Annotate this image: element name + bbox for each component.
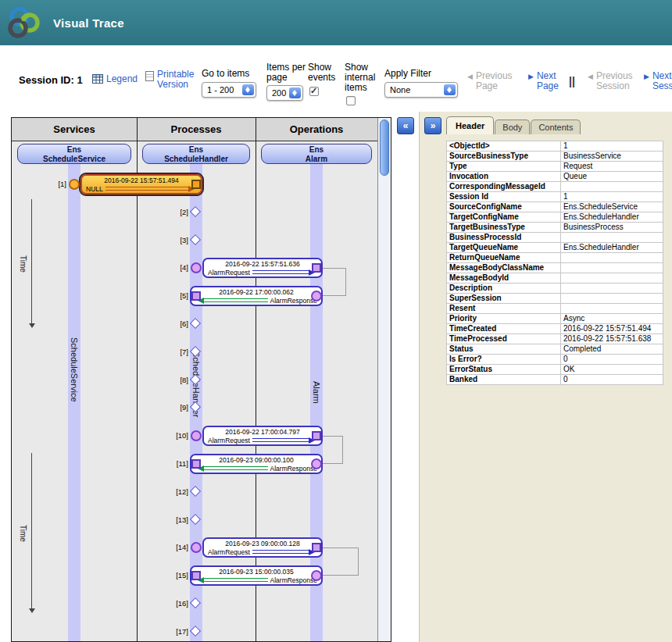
field-label: SourceConfigName [447,202,561,212]
main-area: ServicesProcessesOperationsEnsScheduleSe… [0,112,672,642]
event-number: [14] [155,543,188,551]
header-table-body: <ObjectId>1SourceBusinessTypeBusinessSer… [447,141,663,385]
apply-filter-value: None [390,85,410,95]
app-header: Visual Trace [0,0,672,45]
show-events-label: Show events [308,62,342,83]
items-per-page-select[interactable]: 200 [266,85,303,101]
previous-session-button[interactable]: ◀ Previous Session [588,71,640,91]
event-number: [13] [155,515,188,524]
endpoint-circle [191,542,202,553]
header-field-row: SourceConfigNameEns.ScheduleService [447,202,663,212]
field-label: <ObjectId> [447,141,561,152]
previous-page-button[interactable]: ◀ Previous Page [467,71,515,91]
scrollbar-thumb[interactable] [380,119,389,176]
response-arrow-icon [198,577,268,583]
field-label: Priority [447,314,561,324]
field-value: 1 [561,141,663,152]
tab-body[interactable]: Body [495,119,530,134]
response-arrow-icon [198,465,268,472]
expand-inspector-button[interactable]: » [424,117,441,134]
endpoint-circle [311,570,322,581]
event-number: [4] [155,263,188,272]
request-arrow-icon [252,437,315,444]
tab-header[interactable]: Header [446,116,494,134]
lane-label: Alarm [311,374,322,411]
field-label: Invocation [447,172,561,182]
header-field-row: BusinessProcessId [447,233,663,243]
inspector-panel: » HeaderBodyContents <ObjectId>1SourceBu… [419,112,672,642]
event-number: [17] [155,627,188,636]
next-page-button[interactable]: ▶ Next Page [528,71,563,91]
message-time: 2016-09-22 17:00:00.062 [191,288,321,296]
field-label: MessageBodyClassName [447,263,561,273]
message-request[interactable]: 2016-09-22 15:57:51.636 AlarmRequest [202,258,323,278]
show-internal-checkbox[interactable] [346,96,356,105]
time-arrow-icon [29,608,35,613]
header-field-row: ErrorStatusOK [447,365,663,375]
message-request[interactable]: 2016-09-22 17:00:04.797 AlarmRequest [202,426,323,446]
field-value: 0 [561,375,663,385]
next-session-button[interactable]: ▶ Next Session [644,71,672,91]
request-arrow-icon [252,549,315,555]
endpoint-square [191,291,201,301]
message-connector [323,547,359,576]
legend-label: Legend [106,73,138,84]
field-label: Status [447,344,561,355]
message-response[interactable]: 2016-09-22 17:00:00.062 AlarmResponse [190,286,323,306]
collapse-trace-button[interactable]: « [397,117,414,134]
header-field-row: InvocationQueue [447,172,663,182]
pause-separator: || [569,75,575,87]
header-field-row: Description [447,284,663,294]
time-axis: Time [21,453,41,613]
field-label: TargetConfigName [447,212,561,223]
event-number: [16] [155,599,188,608]
header-field-row: TargetBusinessTypeBusinessProcess [447,223,663,233]
tab-contents[interactable]: Contents [531,119,581,134]
event-number: [11] [155,459,188,468]
printable-version-link[interactable]: Printable Version [145,70,198,90]
header-field-row: TypeRequest [447,162,663,172]
time-arrow-icon [29,323,35,328]
items-per-page-value: 200 [272,88,286,98]
show-internal-label: Show internal items [345,62,385,93]
field-value: Request [561,162,663,172]
request-arrow-icon [252,269,315,276]
field-label: Resent [447,304,561,314]
field-label: ErrorStatus [447,365,561,375]
trace-canvas: ServicesProcessesOperationsEnsScheduleSe… [12,118,377,641]
field-value: 2016-09-22 15:57:51.494 [561,324,663,334]
event-number: [3] [155,236,188,244]
header-field-row: MessageBodyId [447,273,663,284]
trace-scrollbar[interactable] [377,118,391,641]
field-value: BusinessService [561,152,663,162]
trace-panel: ServicesProcessesOperationsEnsScheduleSe… [11,117,391,642]
header-field-row: SuperSession [447,294,663,304]
show-events-control: Show events [308,62,342,96]
apply-filter-select[interactable]: None [384,82,458,98]
message-response[interactable]: 2016-09-23 15:00:00.035 AlarmResponse [190,565,323,586]
legend-link[interactable]: Legend [92,73,138,84]
field-value [561,284,663,294]
field-label: TargetBusinessType [447,223,561,233]
goto-items-select[interactable]: 1 - 200 [202,82,256,98]
column-title-operations: Operations [256,123,377,135]
message-time: 2016-09-22 15:57:51.636 [204,260,321,268]
message-response[interactable]: 2016-09-23 09:00:00.100 AlarmResponse [190,454,323,474]
field-value [561,304,663,314]
time-axis-label: Time [19,255,27,273]
header-field-row: TimeCreated2016-09-22 15:57:51.494 [447,324,663,334]
time-axis-label: Time [19,525,27,542]
column-title-services: Services [12,123,137,135]
field-value [561,233,663,243]
message-request[interactable]: 2016-09-22 15:57:51.494 NULL [80,174,202,194]
field-label: TimeCreated [447,324,561,334]
show-events-checkbox[interactable] [309,87,319,96]
message-request[interactable]: 2016-09-23 09:00:00.128 AlarmRequest [202,537,323,558]
field-label: ReturnQueueName [447,253,561,263]
field-value: Completed [561,344,663,355]
field-value: Async [561,314,663,324]
header-field-row: Resent [447,304,663,314]
select-arrows-icon [242,84,254,95]
session-id-label: Session ID: 1 [19,74,83,86]
lane-label: ScheduleService [69,325,80,415]
